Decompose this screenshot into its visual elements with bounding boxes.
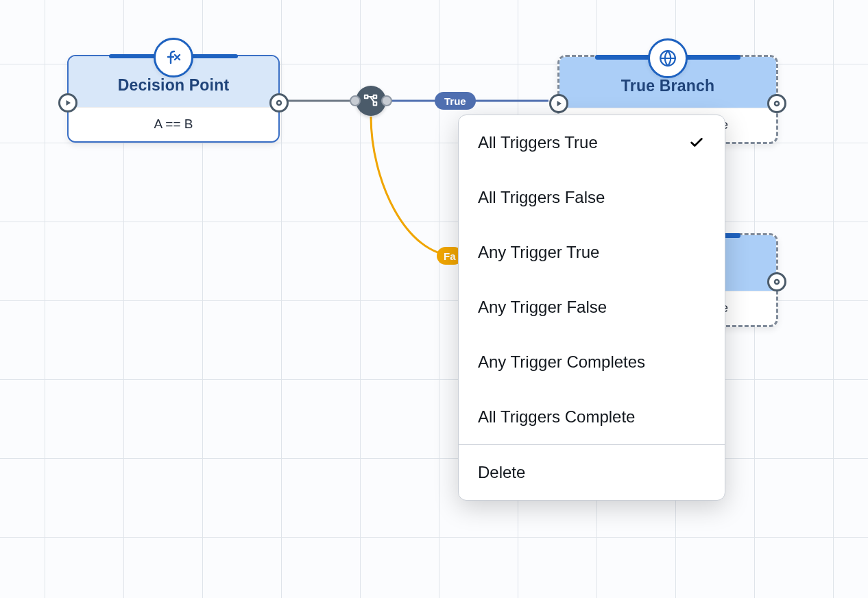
input-port[interactable] (549, 94, 568, 113)
svg-point-9 (775, 101, 779, 106)
node-body: A == B (69, 107, 278, 141)
menu-item-label: All Triggers Complete (478, 407, 635, 427)
globe-icon (648, 38, 688, 78)
svg-point-6 (277, 101, 281, 105)
menu-item-label: Any Trigger Completes (478, 352, 645, 372)
branch-junction[interactable] (356, 86, 386, 116)
menu-item-all-triggers-complete[interactable]: All Triggers Complete (459, 390, 725, 444)
output-port[interactable] (767, 94, 786, 113)
menu-item-all-triggers-true[interactable]: All Triggers True (459, 115, 725, 170)
menu-item-label: Any Trigger True (478, 243, 599, 262)
menu-item-label: All Triggers False (478, 188, 605, 207)
menu-item-any-trigger-true[interactable]: Any Trigger True (459, 225, 725, 280)
function-icon (154, 38, 193, 77)
menu-item-any-trigger-completes[interactable]: Any Trigger Completes (459, 335, 725, 390)
decision-node[interactable]: Decision Point A == B (67, 55, 280, 143)
svg-rect-12 (374, 95, 377, 99)
menu-item-label: Delete (478, 463, 525, 482)
menu-item-delete[interactable]: Delete (459, 445, 725, 500)
check-icon (688, 134, 706, 152)
edge-label-true[interactable]: True (435, 92, 476, 110)
menu-item-label: All Triggers True (478, 133, 598, 152)
menu-item-all-triggers-false[interactable]: All Triggers False (459, 170, 725, 225)
input-port[interactable] (58, 93, 77, 112)
svg-point-10 (775, 280, 779, 284)
menu-item-label: Any Trigger False (478, 298, 607, 317)
junction-handle-left[interactable] (350, 95, 361, 106)
menu-item-any-trigger-false[interactable]: Any Trigger False (459, 280, 725, 335)
output-port[interactable] (269, 93, 289, 112)
output-port[interactable] (767, 272, 786, 291)
junction-handle-right[interactable] (381, 95, 392, 106)
svg-rect-13 (374, 102, 377, 106)
trigger-context-menu: All Triggers True All Triggers False Any… (458, 115, 725, 501)
